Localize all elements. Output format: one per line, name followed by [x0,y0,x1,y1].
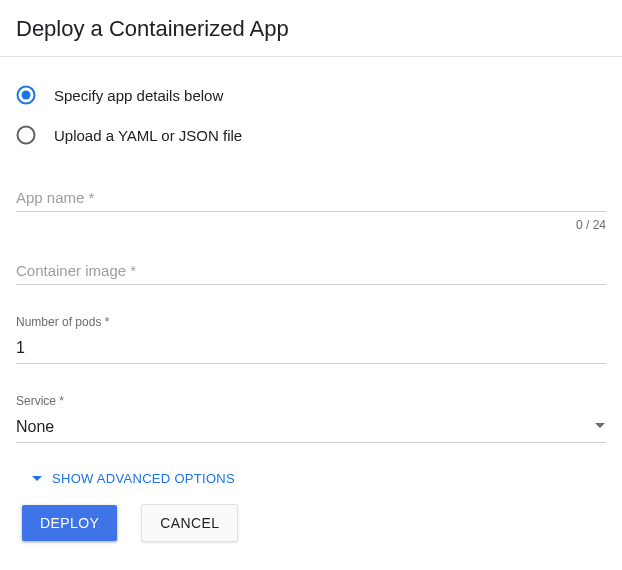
header-divider [0,56,622,57]
app-name-input[interactable]: App name * [16,189,606,212]
service-value: None [16,416,54,438]
field-label: Number of pods * [16,315,606,329]
svg-point-1 [22,91,31,100]
container-image-field: Container image * [16,262,606,285]
radio-specify-details[interactable]: Specify app details below [16,79,606,119]
radio-label: Specify app details below [54,87,223,104]
radio-label: Upload a YAML or JSON file [54,127,242,144]
page-title: Deploy a Containerized App [16,12,606,56]
chevron-down-icon [32,474,42,484]
service-field: Service * None [16,394,606,443]
radio-upload-file[interactable]: Upload a YAML or JSON file [16,119,606,159]
char-counter: 0 / 24 [16,218,606,232]
action-row: DEPLOY CANCEL [16,498,606,542]
service-select[interactable]: None [16,416,606,443]
container-image-input[interactable]: Container image * [16,262,606,285]
cancel-button[interactable]: CANCEL [141,504,238,542]
radio-unselected-icon [16,125,36,145]
create-mode-radio-group: Specify app details below Upload a YAML … [16,79,606,159]
app-name-field: App name * 0 / 24 [16,189,606,232]
pods-field: Number of pods * 1 [16,315,606,364]
advanced-label: SHOW ADVANCED OPTIONS [52,471,235,486]
chevron-down-icon [594,418,606,436]
pods-input[interactable]: 1 [16,337,606,364]
radio-selected-icon [16,85,36,105]
svg-point-2 [18,127,35,144]
show-advanced-options[interactable]: SHOW ADVANCED OPTIONS [16,455,606,498]
field-label: Service * [16,394,606,408]
deploy-button[interactable]: DEPLOY [22,505,117,541]
